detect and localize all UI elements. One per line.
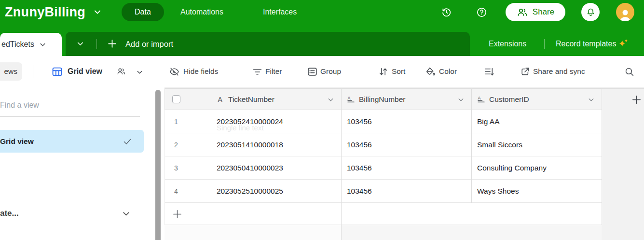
history-icon[interactable] [441, 7, 452, 18]
divider [544, 39, 545, 49]
column-header-customerid[interactable]: A CustomerID [472, 89, 602, 110]
person-icon [618, 8, 632, 21]
grid-right-border [602, 89, 602, 225]
views-button[interactable]: ews [0, 62, 22, 81]
group-button[interactable]: Group [320, 56, 341, 87]
add-record-row[interactable] [164, 203, 602, 225]
long-text-icon: A [347, 96, 355, 103]
table-list-chevron-icon[interactable] [76, 40, 84, 48]
search-icon[interactable] [624, 67, 634, 77]
record-templates-button[interactable]: Record templates [556, 32, 630, 56]
row-height-icon[interactable] [484, 67, 494, 77]
divider [33, 65, 33, 78]
grid-header-row: A TicketNumber A BillingNumber [164, 89, 602, 110]
plus-icon [632, 95, 641, 104]
color-icon [425, 67, 436, 77]
column-header-ticketnumber[interactable]: A TicketNumber [165, 89, 342, 110]
chevron-down-icon[interactable] [457, 96, 465, 103]
column-name: TicketNumber [228, 89, 274, 110]
grid-view-icon [52, 67, 62, 77]
cell-customerid[interactable]: Consulting Company [477, 156, 547, 180]
user-avatar[interactable] [616, 3, 634, 21]
plus-icon [173, 210, 182, 219]
row-number: 3 [165, 156, 187, 180]
sort-button[interactable]: Sort [392, 56, 405, 87]
field-type-ghost-text: Single line text [217, 124, 264, 131]
single-line-text-icon: A [217, 96, 224, 103]
people-icon [517, 7, 528, 17]
add-or-import-button[interactable]: Add or import [125, 32, 173, 56]
share-button[interactable]: Share [506, 3, 565, 21]
chevron-down-icon[interactable] [327, 96, 334, 103]
cell-billingnumber[interactable]: 103456 [347, 110, 372, 133]
grid-body: 1 2023052410000024 Single line text 1034… [164, 110, 602, 203]
row-number: 2 [165, 133, 187, 156]
column-divider [471, 89, 472, 203]
find-view-input[interactable] [0, 101, 140, 110]
svg-text:A: A [218, 96, 223, 103]
hide-fields-button[interactable]: Hide fields [183, 56, 218, 87]
svg-text:A: A [348, 96, 351, 100]
cell-customerid[interactable]: Small Siccors [477, 133, 522, 156]
chevron-down-icon[interactable] [588, 96, 595, 103]
group-icon [307, 67, 317, 77]
cell-ticketnumber[interactable]: 2023050410000023 [217, 156, 283, 180]
filter-button[interactable]: Filter [265, 56, 282, 87]
sort-icon [378, 67, 388, 77]
table-tab-label: edTickets [1, 40, 34, 49]
base-title-group[interactable]: ZnunyBilling [5, 0, 102, 24]
sidebar-item-label: Grid view [0, 137, 34, 146]
chevron-down-icon[interactable] [39, 41, 46, 48]
tab-automations[interactable]: Automations [180, 0, 223, 24]
tab-data[interactable]: Data [122, 3, 164, 21]
record-templates-label: Record templates [556, 40, 616, 48]
sparkles-icon [617, 38, 630, 50]
table-row[interactable]: 4 2023052510000025 103456 Ways Shoes [164, 180, 602, 203]
cell-ticketnumber[interactable]: 2023052510000025 [217, 180, 283, 203]
table-tab-edtickets[interactable]: edTickets [0, 33, 62, 56]
cell-billingnumber[interactable]: 103456 [347, 156, 372, 180]
row-number: 4 [165, 180, 187, 203]
grid-footer-left [164, 225, 341, 240]
cell-billingnumber[interactable]: 103456 [347, 180, 372, 203]
cell-ticketnumber[interactable]: 2023051410000018 [217, 133, 283, 156]
hide-fields-icon [169, 67, 179, 77]
app-header: ZnunyBilling Data Automations Interfaces… [0, 0, 644, 56]
chevron-down-icon[interactable] [122, 209, 131, 218]
cell-customerid[interactable]: Big AA [477, 110, 500, 133]
column-name: CustomerID [489, 89, 529, 110]
cell-billingnumber[interactable]: 103456 [347, 133, 372, 156]
add-field-button[interactable] [602, 89, 644, 110]
help-icon[interactable] [476, 7, 487, 18]
column-header-billingnumber[interactable]: A BillingNumber [342, 89, 472, 110]
current-view-name[interactable]: Grid view [68, 56, 102, 87]
notifications-button[interactable] [581, 3, 600, 21]
base-title: ZnunyBilling [5, 5, 85, 20]
column-name: BillingNumber [359, 89, 405, 110]
collaborators-icon[interactable] [116, 67, 126, 77]
sidebar-item-grid-view[interactable]: Grid view [0, 130, 144, 153]
chevron-down-icon[interactable] [93, 8, 102, 16]
table-row[interactable]: 2 2023051410000018 103456 Small Siccors [164, 133, 602, 156]
cell-customerid[interactable]: Ways Shoes [477, 180, 519, 203]
sidebar-scrollbar[interactable] [155, 90, 161, 240]
check-icon [123, 137, 132, 146]
share-and-sync-button[interactable]: Share and sync [533, 56, 585, 87]
table-row[interactable]: 1 2023052410000024 Single line text 1034… [164, 110, 602, 133]
divider [96, 39, 97, 49]
row-number: 1 [165, 110, 187, 133]
column-divider [341, 89, 342, 240]
color-button[interactable]: Color [439, 56, 457, 87]
view-menu-chevron-icon[interactable] [136, 69, 143, 76]
views-sidebar: Grid view ate... [0, 87, 164, 240]
table-row[interactable]: 3 2023050410000023 103456 Consulting Com… [164, 156, 602, 180]
tab-interfaces[interactable]: Interfaces [263, 0, 297, 24]
share-button-label: Share [533, 7, 554, 17]
create-view-label: ate... [0, 209, 19, 218]
bell-icon [586, 7, 596, 17]
plus-icon[interactable] [107, 39, 117, 49]
data-grid: A TicketNumber A BillingNumber [164, 88, 644, 240]
extensions-button[interactable]: Extensions [489, 32, 526, 56]
filter-icon [252, 67, 262, 77]
create-view-button[interactable]: ate... [0, 203, 140, 224]
